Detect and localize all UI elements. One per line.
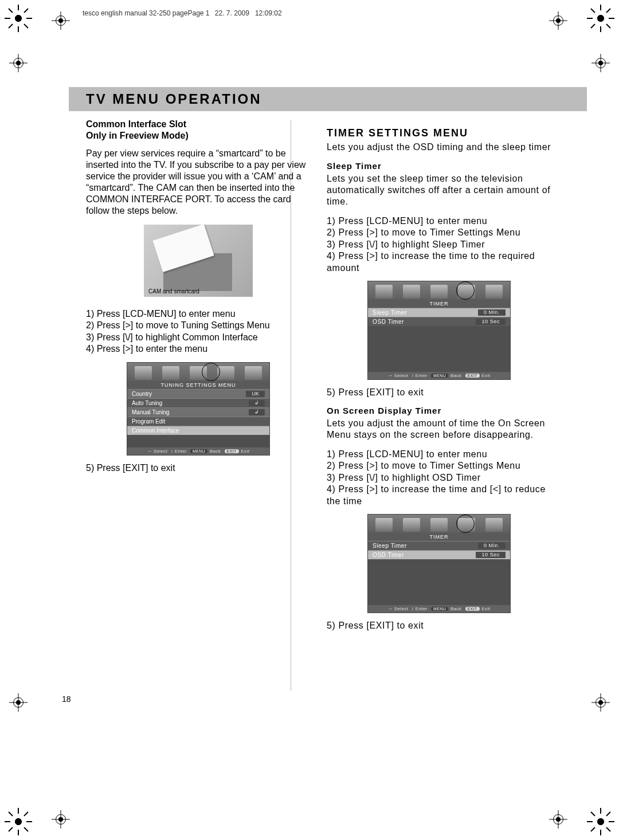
menu-row-label: OSD Timer <box>373 552 404 558</box>
meta-file: tesco english manual 32-250 pagePage 1 <box>83 9 210 17</box>
svg-line-25 <box>24 812 28 816</box>
registration-mark-icon <box>9 693 28 712</box>
menu-row-label: Common Interface <box>132 427 179 434</box>
svg-line-5 <box>9 9 13 13</box>
svg-line-14 <box>591 9 595 13</box>
menu-title: TIMER <box>368 533 510 541</box>
svg-line-23 <box>9 812 13 816</box>
svg-line-35 <box>591 827 595 831</box>
svg-line-32 <box>591 812 595 816</box>
menu-title: TUNING SETTINGS MENU <box>127 381 269 389</box>
menu-row-label: Country <box>132 391 152 397</box>
cam-illustration: CAM and smartcard <box>144 225 253 297</box>
highlight-circle-icon <box>456 515 475 533</box>
timer-menu-screenshot: TIMER Sleep Timer0 Min. OSD Timer10 Sec … <box>367 281 511 380</box>
registration-mark-icon <box>591 54 610 72</box>
svg-line-26 <box>9 827 13 831</box>
timer-intro: Lets you adjust the OSD timing and the s… <box>327 142 551 153</box>
sleep-timer-heading: Sleep Timer <box>327 161 551 171</box>
registration-mark-icon <box>9 54 28 72</box>
menu-row-label: Program Edit <box>132 418 165 425</box>
menu-row-value: 0 Min. <box>478 543 506 549</box>
section-subtitle: Only in Freeview Mode) <box>86 131 311 141</box>
print-meta: tesco english manual 32-250 pagePage 1 2… <box>83 9 282 17</box>
svg-point-9 <box>597 15 604 22</box>
menu-row-value: 0 Min. <box>478 309 506 316</box>
osd-timer-heading: On Screen Display Timer <box>327 406 551 415</box>
svg-line-34 <box>606 812 610 816</box>
svg-point-18 <box>15 818 22 825</box>
column-right: TIMER SETTINGS MENU Lets you adjust the … <box>327 119 551 720</box>
step-list: 1) Press [LCD-MENU] to enter menu 2) Pre… <box>327 215 551 274</box>
registration-mark-icon <box>587 5 614 32</box>
meta-date: 22. 7. 2009 <box>215 9 249 17</box>
step-list: 1) Press [LCD-MENU] to enter menu 2) Pre… <box>86 308 311 355</box>
menu-row-value: UK <box>246 391 265 397</box>
timer-menu-screenshot: TIMER Sleep Timer0 Min. OSD Timer10 Sec … <box>367 514 511 613</box>
menu-row-label: Auto Tuning <box>132 400 162 406</box>
registration-mark-icon <box>5 808 32 835</box>
menu-title: TIMER <box>368 300 510 308</box>
svg-line-8 <box>9 24 13 28</box>
menu-row-label: Sleep Timer <box>373 309 407 316</box>
paragraph: Pay per view services require a “smartca… <box>86 148 311 217</box>
tuning-menu-screenshot: TUNING SETTINGS MENU CountryUK Auto Tuni… <box>127 362 270 456</box>
step-5: 5) Press [EXIT] to exit <box>327 620 551 631</box>
svg-line-33 <box>606 827 610 831</box>
step-5: 5) Press [EXIT] to exit <box>327 387 551 398</box>
registration-mark-icon <box>587 808 614 835</box>
registration-mark-icon <box>591 693 610 712</box>
svg-line-7 <box>24 9 28 13</box>
column-left: Common Interface Slot Only in Freeview M… <box>86 119 311 720</box>
svg-point-0 <box>15 15 22 22</box>
meta-time: 12:09:02 <box>255 9 282 17</box>
registration-mark-icon <box>549 810 567 829</box>
step-list: 1) Press [LCD-MENU] to enter menu 2) Pre… <box>327 449 551 507</box>
svg-line-15 <box>606 24 610 28</box>
page-number: 18 <box>62 694 71 704</box>
page-title: TV MENU OPERATION <box>69 87 587 111</box>
cam-caption: CAM and smartcard <box>148 288 199 295</box>
registration-mark-icon <box>52 810 70 829</box>
svg-line-17 <box>591 24 595 28</box>
step-5: 5) Press [EXIT] to exit <box>86 462 311 474</box>
paragraph: Lets you adjust the amount of time the O… <box>327 418 551 441</box>
svg-line-16 <box>606 9 610 13</box>
menu-row-label: Sleep Timer <box>373 543 407 549</box>
menu-row-value: 10 Sec <box>476 319 506 325</box>
svg-point-27 <box>597 818 604 825</box>
svg-line-6 <box>24 24 28 28</box>
svg-line-24 <box>24 827 28 831</box>
menu-row-label: OSD Timer <box>373 319 404 325</box>
menu-row-value: ↲ <box>249 400 265 406</box>
timer-heading: TIMER SETTINGS MENU <box>327 127 551 139</box>
registration-mark-icon <box>52 11 70 30</box>
menu-row-label: Manual Tuning <box>132 409 170 415</box>
section-title: Common Interface Slot <box>86 119 311 129</box>
registration-mark-icon <box>5 5 32 32</box>
highlight-circle-icon <box>202 363 220 381</box>
menu-row-value: 10 Sec <box>476 552 506 558</box>
paragraph: Lets you set the sleep timer so the tele… <box>327 173 551 207</box>
menu-row-value: ↲ <box>249 409 265 415</box>
registration-mark-icon <box>549 11 567 30</box>
